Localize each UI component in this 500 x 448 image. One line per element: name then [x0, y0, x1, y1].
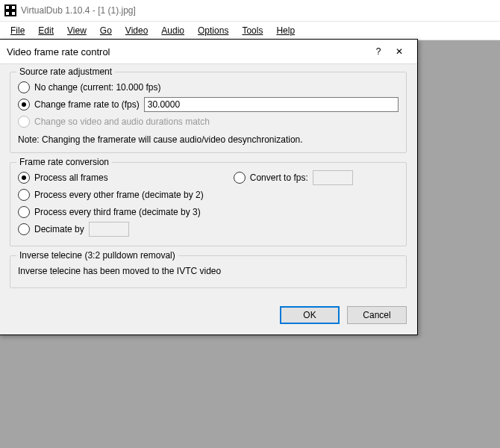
- radio-change-to[interactable]: [18, 99, 30, 111]
- close-button[interactable]: ✕: [389, 43, 410, 60]
- svg-rect-1: [6, 6, 9, 9]
- radio-match-durations: [18, 116, 30, 128]
- dialog-title: Video frame rate control: [7, 46, 368, 57]
- label-match-durations: Change so video and audio durations matc…: [34, 116, 210, 127]
- help-icon: ?: [376, 46, 381, 57]
- label-decimate-2: Process every other frame (decimate by 2…: [34, 190, 204, 200]
- menu-edit[interactable]: Edit: [32, 24, 60, 37]
- legend-ivtc: Inverse telecine (3:2 pulldown removal): [16, 250, 178, 261]
- input-decimate-n[interactable]: [89, 222, 129, 237]
- svg-rect-3: [6, 12, 9, 15]
- cancel-button[interactable]: Cancel: [347, 306, 407, 324]
- menu-tools[interactable]: Tools: [236, 24, 269, 37]
- radio-process-all[interactable]: [18, 172, 30, 184]
- legend-source: Source rate adjustment: [16, 66, 115, 77]
- label-decimate-n: Decimate by: [34, 224, 84, 234]
- menu-go[interactable]: Go: [94, 24, 118, 37]
- close-icon: ✕: [396, 46, 403, 57]
- label-no-change: No change (current: 10.000 fps): [34, 82, 160, 93]
- main-window: VirtualDub 1.10.4 - [1 (1).jpg] File Edi…: [0, 0, 500, 448]
- text-ivtc-moved: Inverse telecine has been moved to the I…: [18, 266, 221, 276]
- group-ivtc: Inverse telecine (3:2 pulldown removal) …: [10, 255, 407, 288]
- legend-conversion: Frame rate conversion: [16, 157, 112, 167]
- menu-options[interactable]: Options: [192, 24, 234, 37]
- dialog-body: Source rate adjustment No change (curren…: [0, 64, 417, 300]
- group-source-rate: Source rate adjustment No change (curren…: [10, 72, 407, 153]
- radio-decimate-n[interactable]: [18, 223, 30, 235]
- menu-audio[interactable]: Audio: [155, 24, 190, 37]
- menu-video[interactable]: Video: [119, 24, 154, 37]
- window-title: VirtualDub 1.10.4 - [1 (1).jpg]: [21, 5, 136, 16]
- svg-rect-4: [12, 12, 15, 15]
- radio-decimate-2[interactable]: [18, 189, 30, 201]
- label-decimate-3: Process every third frame (decimate by 3…: [34, 207, 201, 217]
- dialog-titlebar: Video frame rate control ? ✕: [0, 40, 417, 64]
- label-process-all: Process all frames: [34, 172, 108, 183]
- menu-help[interactable]: Help: [270, 24, 301, 37]
- group-frame-conversion: Frame rate conversion Process all frames…: [10, 162, 407, 246]
- menu-view[interactable]: View: [61, 24, 93, 37]
- input-convert-fps[interactable]: [313, 170, 353, 185]
- video-viewport: Video frame rate control ? ✕ Source rate…: [0, 40, 500, 448]
- menu-file[interactable]: File: [4, 24, 31, 37]
- frame-rate-dialog: Video frame rate control ? ✕ Source rate…: [0, 39, 418, 335]
- menubar: File Edit View Go Video Audio Options To…: [0, 22, 500, 40]
- label-convert-fps: Convert to fps:: [250, 172, 308, 183]
- app-icon: [4, 4, 16, 16]
- radio-convert-fps[interactable]: [234, 172, 246, 184]
- ok-button[interactable]: OK: [280, 306, 340, 324]
- help-button[interactable]: ?: [368, 43, 389, 60]
- label-change-to: Change frame rate to (fps): [34, 99, 140, 110]
- svg-rect-2: [12, 6, 15, 9]
- input-change-to-fps[interactable]: [144, 97, 399, 112]
- titlebar: VirtualDub 1.10.4 - [1 (1).jpg]: [0, 0, 500, 22]
- dialog-button-row: OK Cancel: [0, 300, 417, 335]
- radio-no-change[interactable]: [18, 81, 30, 93]
- note-desync: Note: Changing the framerate will cause …: [18, 134, 399, 145]
- radio-decimate-3[interactable]: [18, 206, 30, 218]
